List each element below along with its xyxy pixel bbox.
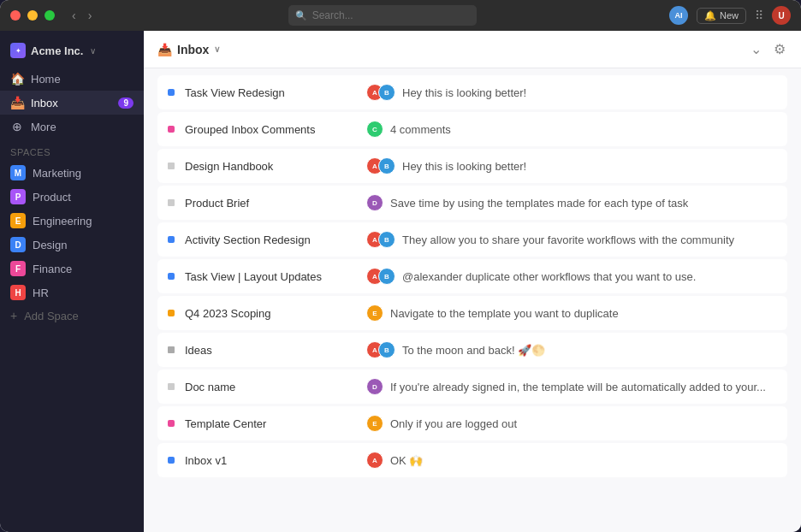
table-row[interactable]: Product Brief D Save time by using the t… [157, 186, 787, 220]
bell-icon: 🔔 [704, 10, 716, 21]
sidebar-item-engineering[interactable]: E Engineering [0, 209, 144, 233]
task-indicator [168, 273, 175, 280]
sidebar-item-inbox[interactable]: 📥 Inbox 9 [0, 91, 144, 115]
table-row[interactable]: Template Center E Only if you are logged… [157, 406, 787, 440]
finance-dot: F [10, 261, 26, 276]
main-content: 📥 Inbox ∨ ⌄ ⚙ Task View Redesign A [144, 31, 801, 532]
inbox-title-label: Inbox [177, 43, 209, 56]
item-message: 4 comments [390, 123, 451, 136]
item-content: A B Hey this is looking better! [366, 84, 777, 101]
item-title: Doc name [185, 381, 356, 393]
marketing-label: Marketing [33, 167, 81, 180]
task-indicator [168, 310, 175, 316]
sidebar: ✦ Acme Inc. ∨ 🏠 Home 📥 Inbox 9 ⊕ More [0, 31, 144, 532]
sidebar-item-more[interactable]: ⊕ More [0, 115, 144, 139]
maximize-button[interactable] [44, 10, 55, 21]
item-title: Grouped Inbox Comments [185, 123, 356, 136]
settings-button[interactable]: ⚙ [772, 39, 787, 59]
task-indicator [168, 457, 175, 464]
task-indicator [168, 420, 175, 427]
close-button[interactable] [10, 10, 21, 21]
avatar: B [378, 341, 395, 358]
item-content: E Only if you are logged out [366, 415, 777, 432]
sidebar-home-label: Home [31, 73, 61, 86]
search-bar: 🔍 [102, 5, 662, 26]
task-indicator [168, 236, 175, 243]
design-dot: D [10, 237, 26, 252]
add-space-button[interactable]: + Add Space [0, 304, 144, 327]
item-content: A B To the moon and back! 🚀🌕 [366, 341, 777, 358]
item-message: Only if you are logged out [390, 417, 517, 430]
search-input[interactable] [288, 5, 477, 26]
grid-icon[interactable]: ⠿ [755, 9, 763, 22]
header-actions: ⌄ ⚙ [749, 39, 787, 59]
table-row[interactable]: Design Handbook A B Hey this is looking … [157, 149, 787, 183]
add-icon: + [10, 309, 17, 322]
avatar: D [366, 194, 383, 211]
add-space-label: Add Space [24, 310, 79, 322]
table-row[interactable]: Inbox v1 A OK 🙌 [157, 443, 787, 477]
item-content: C 4 comments [366, 121, 777, 138]
item-message: They allow you to share your favorite wo… [402, 233, 734, 246]
product-dot: P [10, 189, 26, 204]
product-label: Product [33, 191, 71, 204]
inbox-list: Task View Redesign A B Hey this is looki… [144, 68, 801, 532]
forward-button[interactable]: › [85, 7, 96, 24]
back-button[interactable]: ‹ [68, 7, 80, 24]
table-row[interactable]: Q4 2023 Scoping E Navigate to the templa… [157, 296, 787, 330]
sidebar-more-label: More [31, 121, 56, 133]
item-content: A OK 🙌 [366, 452, 777, 469]
engineering-dot: E [10, 213, 26, 228]
user-avatar[interactable]: U [772, 6, 791, 25]
app-window: ‹ › 🔍 AI 🔔 New ⠿ U ✦ Acme Inc. ∨ [0, 0, 801, 532]
new-button[interactable]: 🔔 New [697, 8, 746, 24]
table-row[interactable]: Grouped Inbox Comments C 4 comments [157, 112, 787, 146]
hr-dot: H [10, 285, 26, 300]
nav-arrows: ‹ › [68, 7, 95, 24]
task-indicator [168, 89, 175, 96]
item-content: A B Hey this is looking better! [366, 157, 777, 174]
item-message: @alexander duplicate other workflows tha… [402, 270, 696, 283]
sidebar-inbox-label: Inbox [31, 97, 58, 109]
minimize-button[interactable] [27, 10, 38, 21]
main-header: 📥 Inbox ∨ ⌄ ⚙ [144, 31, 801, 68]
inbox-title: 📥 Inbox ∨ [157, 43, 220, 56]
table-row[interactable]: Doc name D If you're already signed in, … [157, 369, 787, 404]
workspace-chevron-icon: ∨ [90, 46, 96, 56]
table-row[interactable]: Task View | Layout Updates A B @alexande… [157, 259, 787, 293]
avatars: A B [366, 84, 395, 101]
table-row[interactable]: Activity Section Redesign A B They allow… [157, 222, 787, 257]
table-row[interactable]: Ideas A B To the moon and back! 🚀🌕 [157, 333, 787, 367]
avatars: E [366, 415, 383, 432]
list-indicator [168, 346, 175, 353]
item-title: Product Brief [185, 197, 356, 210]
avatar: C [366, 121, 383, 138]
ai-badge[interactable]: AI [669, 6, 688, 25]
workspace-name: Acme Inc. [31, 44, 83, 57]
sidebar-item-design[interactable]: D Design [0, 233, 144, 257]
home-icon: 🏠 [10, 72, 24, 86]
sidebar-item-finance[interactable]: F Finance [0, 257, 144, 281]
item-content: D If you're already signed in, the templ… [366, 378, 777, 395]
avatar: A [366, 452, 383, 469]
workspace-icon: ✦ [10, 43, 26, 58]
item-message: OK 🙌 [390, 454, 423, 467]
avatar: E [366, 304, 383, 322]
sidebar-item-home[interactable]: 🏠 Home [0, 67, 144, 91]
table-row[interactable]: Task View Redesign A B Hey this is looki… [157, 75, 787, 109]
sort-button[interactable]: ⌄ [749, 39, 763, 59]
avatars: E [366, 304, 383, 322]
item-content: A B They allow you to share your favorit… [366, 231, 777, 248]
sidebar-item-marketing[interactable]: M Marketing [0, 161, 144, 185]
titlebar-actions: AI 🔔 New ⠿ U [669, 6, 791, 25]
item-content: E Navigate to the template you want to d… [366, 304, 777, 322]
spaces-header: Spaces [0, 139, 144, 161]
workspace-header[interactable]: ✦ Acme Inc. ∨ [0, 38, 144, 63]
hr-label: HR [33, 287, 49, 299]
item-message: Hey this is looking better! [402, 86, 526, 99]
inbox-chevron-icon[interactable]: ∨ [214, 44, 220, 54]
item-message: Hey this is looking better! [402, 160, 526, 173]
sidebar-item-product[interactable]: P Product [0, 185, 144, 209]
sidebar-item-hr[interactable]: H HR [0, 281, 144, 304]
item-message: If you're already signed in, the templat… [390, 381, 766, 393]
